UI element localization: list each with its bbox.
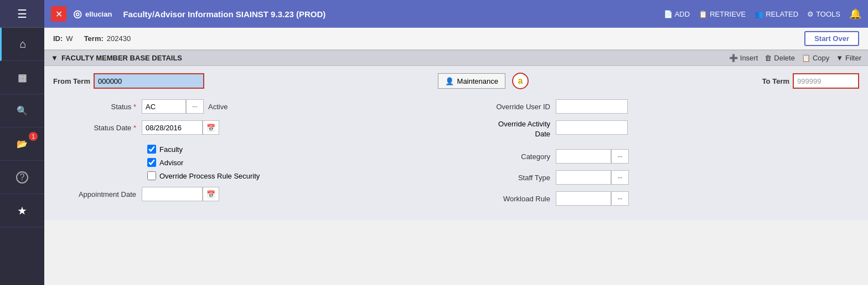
status-text: Active xyxy=(208,103,228,111)
copy-icon: 📋 xyxy=(802,54,810,62)
person-icon: 👤 xyxy=(445,77,454,85)
topbar-actions: 📄 ADD 📋 RETRIEVE 👥 RELATED ⚙ TOOLS 🔔 xyxy=(664,8,861,20)
form-left: Status ··· Active Status Date 📅 xyxy=(53,96,456,213)
insert-icon: ➕ xyxy=(729,54,738,62)
sidebar-menu-top[interactable]: ☰ xyxy=(0,0,44,28)
term-field: Term: 202430 xyxy=(84,34,131,43)
status-date-calendar-button[interactable]: 📅 xyxy=(203,120,219,135)
start-over-button[interactable]: Start Over xyxy=(804,31,859,46)
sidebar-item-inbox[interactable]: 📂 1 xyxy=(0,128,44,161)
status-date-row: Status Date 📅 xyxy=(53,119,456,136)
sidebar-item-help[interactable]: ? xyxy=(0,161,44,194)
home-icon: ⌂ xyxy=(19,38,26,50)
related-action[interactable]: 👥 RELATED xyxy=(755,10,798,18)
retrieve-action[interactable]: 📋 RETRIEVE xyxy=(699,10,746,18)
category-input[interactable] xyxy=(556,149,611,164)
category-label: Category xyxy=(456,152,556,161)
logo-icon: ◎ xyxy=(73,8,82,20)
sidebar-item-home[interactable]: ⌂ xyxy=(0,28,44,61)
section-actions: ➕ Insert 🗑 Delete 📋 Copy ▼ Filter xyxy=(729,54,861,62)
staff-type-row: Staff Type ··· xyxy=(456,169,859,186)
id-label: ID: xyxy=(53,34,63,43)
id-field: ID: W xyxy=(53,34,73,43)
copy-button[interactable]: 📋 Copy xyxy=(802,54,829,62)
to-term-label: To Term xyxy=(762,77,789,85)
menu-icon[interactable]: ☰ xyxy=(17,7,27,21)
workload-rule-label: Workload Rule xyxy=(456,195,556,203)
term-row: From Term 👤 Maintenance a To Term xyxy=(53,73,859,89)
override-activity-date-input[interactable] xyxy=(556,120,628,135)
category-row: Category ··· xyxy=(456,148,859,165)
insert-button[interactable]: ➕ Insert xyxy=(729,54,758,62)
category-input-group: ··· xyxy=(556,149,629,164)
form-right: Override User ID Override Activity Date xyxy=(456,96,859,213)
override-user-row: Override User ID xyxy=(456,98,859,115)
to-term-input[interactable] xyxy=(793,73,859,89)
staff-type-ellipsis-button[interactable]: ··· xyxy=(611,170,629,185)
delete-icon: 🗑 xyxy=(764,54,772,62)
sidebar: ☰ ⌂ ▦ 🔍 📂 1 ? ★ xyxy=(0,0,44,285)
category-ellipsis-button[interactable]: ··· xyxy=(611,149,629,164)
to-term-group: To Term xyxy=(762,73,859,89)
maintenance-button[interactable]: 👤 Maintenance xyxy=(438,73,505,89)
appointment-date-input-group: 📅 xyxy=(142,187,219,201)
star-icon: ★ xyxy=(17,204,27,217)
from-term-input[interactable] xyxy=(94,73,204,89)
main-content: ✕ ◎ ellucian Faculty/Advisor Information… xyxy=(44,0,868,285)
workload-rule-input[interactable] xyxy=(556,191,611,206)
filter-button[interactable]: ▼ Filter xyxy=(836,54,861,62)
sidebar-item-star[interactable]: ★ xyxy=(0,194,44,227)
tools-icon: ⚙ xyxy=(807,10,814,18)
staff-type-input[interactable] xyxy=(556,170,611,185)
override-activity-row: Override Activity Date xyxy=(456,119,859,139)
form-area: From Term 👤 Maintenance a To Term xyxy=(44,66,868,220)
term-value: 202430 xyxy=(107,34,131,43)
section-title: ▼ FACULTY MEMBER BASE DETAILS xyxy=(51,54,182,62)
from-term-group: From Term xyxy=(53,73,204,89)
status-date-label: Status Date xyxy=(53,124,142,132)
close-button[interactable]: ✕ xyxy=(51,6,66,22)
retrieve-icon: 📋 xyxy=(699,10,707,18)
delete-button[interactable]: 🗑 Delete xyxy=(764,54,795,62)
sidebar-item-search[interactable]: 🔍 xyxy=(0,94,44,128)
override-process-checkbox[interactable] xyxy=(147,171,156,180)
advisor-checkbox[interactable] xyxy=(147,158,156,167)
status-label: Status xyxy=(53,103,142,111)
inbox-badge: 1 xyxy=(29,132,38,141)
status-date-input[interactable] xyxy=(142,120,203,135)
search-icon: 🔍 xyxy=(17,105,28,116)
override-activity-label: Override Activity Date xyxy=(456,119,556,139)
override-user-input[interactable] xyxy=(556,99,628,114)
status-ellipsis-button[interactable]: ··· xyxy=(186,99,204,114)
workload-rule-row: Workload Rule ··· xyxy=(456,190,859,207)
topbar-logo: ◎ ellucian xyxy=(73,8,112,20)
status-input[interactable] xyxy=(142,99,186,114)
advisor-checkbox-row: Advisor xyxy=(53,158,456,167)
add-icon: 📄 xyxy=(664,10,673,18)
grid-icon: ▦ xyxy=(18,72,27,84)
notifications-bell-icon[interactable]: 🔔 xyxy=(849,8,861,20)
section-header: ▼ FACULTY MEMBER BASE DETAILS ➕ Insert 🗑… xyxy=(44,50,868,66)
section-title-text: FACULTY MEMBER BASE DETAILS xyxy=(61,54,182,62)
status-row: Status ··· Active xyxy=(53,98,456,115)
staff-type-input-group: ··· xyxy=(556,170,629,185)
appointment-date-label: Appointment Date xyxy=(53,190,142,199)
override-process-checkbox-row: Override Process Rule Security xyxy=(53,171,456,180)
topbar: ✕ ◎ ellucian Faculty/Advisor Information… xyxy=(44,0,868,28)
filter-icon: ▼ xyxy=(836,54,843,62)
appointment-date-input[interactable] xyxy=(142,187,203,201)
section-triangle-icon[interactable]: ▼ xyxy=(51,54,58,62)
from-term-label: From Term xyxy=(53,77,90,85)
help-icon: ? xyxy=(16,171,28,184)
id-value: W xyxy=(66,34,73,43)
appointment-date-calendar-button[interactable]: 📅 xyxy=(203,187,219,201)
override-user-label: Override User ID xyxy=(456,103,556,111)
faculty-checkbox[interactable] xyxy=(147,145,156,154)
tools-action[interactable]: ⚙ TOOLS xyxy=(807,10,840,18)
form-grid: Status ··· Active Status Date 📅 xyxy=(53,96,859,213)
sidebar-item-grid[interactable]: ▦ xyxy=(0,61,44,94)
add-action[interactable]: 📄 ADD xyxy=(664,10,690,18)
workload-rule-ellipsis-button[interactable]: ··· xyxy=(611,191,629,206)
staff-type-label: Staff Type xyxy=(456,174,556,182)
a-badge: a xyxy=(512,73,529,89)
